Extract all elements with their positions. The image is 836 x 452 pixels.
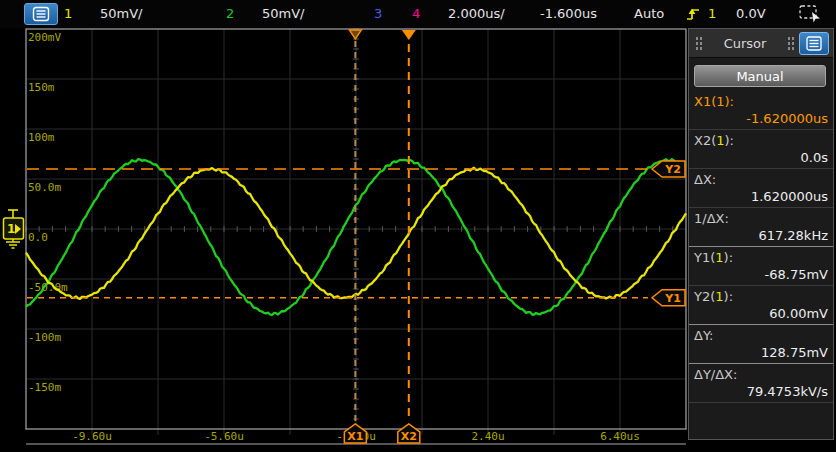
- cursor-row-label: 1/ΔX:: [694, 210, 828, 228]
- cursor-row-y[interactable]: ΔY:128.75mV: [689, 325, 833, 364]
- trigger-rising-edge-icon[interactable]: [686, 5, 701, 23]
- cursor-row-label: ΔX:: [694, 171, 828, 189]
- y-axis-label: 100m: [28, 131, 55, 144]
- cursor-row-x1[interactable]: X1(1):-1.620000us: [689, 91, 833, 130]
- x-axis-label: -5.60u: [204, 430, 244, 443]
- channel-1-number[interactable]: 1: [64, 0, 72, 28]
- y-axis-label: 50.0m: [28, 181, 61, 194]
- acquisition-mode[interactable]: Auto: [634, 0, 664, 28]
- cursor-mode-button[interactable]: Manual: [694, 65, 826, 87]
- cursor-y2-tag-label: Y2: [664, 163, 681, 176]
- channel-1-scale[interactable]: 50mV/: [100, 0, 142, 28]
- y-axis-label: 150m: [28, 81, 55, 94]
- cursor-row-1x[interactable]: 1/ΔX:617.28kHz: [689, 208, 833, 247]
- cursor-row-value: -68.75mV: [694, 267, 828, 285]
- oscilloscope-screen: 150mV/250mV/34 2.000us/ -1.600us Auto 1 …: [0, 0, 836, 452]
- drag-grip-icon[interactable]: [787, 35, 795, 51]
- cursor-row-value: -1.620000us: [694, 111, 828, 129]
- channel-2-scale[interactable]: 50mV/: [262, 0, 304, 28]
- x-axis-label: 2.40u: [471, 430, 504, 443]
- cursor-row-x2[interactable]: X2(1):0.0s: [689, 130, 833, 169]
- cursor-x2-tag-label: X2: [401, 430, 417, 443]
- selection-pointer-icon[interactable]: [799, 5, 823, 23]
- y-axis-label: -150m: [28, 381, 61, 394]
- delay-readout[interactable]: -1.600us: [540, 0, 597, 28]
- cursor-panel-title: Cursor: [703, 36, 787, 51]
- channel-2-number[interactable]: 2: [226, 0, 234, 28]
- cursor-x1-tag-label: X1: [347, 430, 363, 443]
- x-axis-label: -9.60u: [72, 430, 112, 443]
- cursor-y1-tag-label: Y1: [664, 292, 681, 305]
- main-menu-button[interactable]: [24, 3, 58, 25]
- cursor-row-value: 60.00mV: [694, 306, 828, 324]
- cursor-row-value: 1.620000us: [694, 189, 828, 207]
- cursor-x2-marker[interactable]: [402, 30, 416, 40]
- cursor-menu-button[interactable]: [799, 32, 829, 55]
- cursor-panel: Cursor Manual X1(1):-1.620000usX2(1):0.0…: [688, 28, 834, 440]
- hamburger-menu-icon: [806, 36, 822, 51]
- cursor-row-value: 0.0s: [694, 150, 828, 168]
- y-axis-label: -100m: [28, 331, 61, 344]
- y-axis-label: 200mV: [28, 31, 61, 44]
- cursor-row-x[interactable]: ΔX:1.620000us: [689, 169, 833, 208]
- timebase-readout[interactable]: 2.000us/: [448, 0, 505, 28]
- channel-3-number[interactable]: 3: [374, 0, 382, 28]
- trigger-level[interactable]: 0.0V: [736, 0, 766, 28]
- cursor-row-y1[interactable]: Y1(1):-68.75mV: [689, 247, 833, 286]
- cursor-row-label: Y1(1):: [694, 249, 828, 267]
- cursor-row-value: 617.28kHz: [694, 228, 828, 246]
- cursor-row-label: ΔY/ΔX:: [694, 366, 828, 384]
- cursor-row-value: 128.75mV: [694, 345, 828, 363]
- cursor-row-label: ΔY:: [694, 327, 828, 345]
- cursor-readout-rows: X1(1):-1.620000usX2(1):0.0sΔX:1.620000us…: [689, 91, 833, 403]
- cursor-row-label: Y2(1):: [694, 288, 828, 306]
- channel-4-number[interactable]: 4: [412, 0, 420, 28]
- cursor-panel-header[interactable]: Cursor: [689, 29, 833, 58]
- cursor-row-label: X2(1):: [694, 132, 828, 150]
- drag-grip-icon[interactable]: [695, 35, 703, 51]
- cursor-x1-marker[interactable]: [349, 30, 361, 39]
- y-axis-label: 0.0: [28, 231, 48, 244]
- cursor-row-value: 79.4753kV/s: [694, 384, 828, 402]
- channel-1-ground-marker[interactable]: 1: [4, 210, 24, 248]
- ground-marker-channel-number: 1: [7, 222, 15, 236]
- cursor-row-yx[interactable]: ΔY/ΔX:79.4753kV/s: [689, 364, 833, 403]
- cursor-row-label: X1(1):: [694, 93, 828, 111]
- cursor-row-y2[interactable]: Y2(1):60.00mV: [689, 286, 833, 325]
- top-status-bar: 150mV/250mV/34 2.000us/ -1.600us Auto 1 …: [0, 0, 836, 28]
- x-axis-label: 6.40us: [600, 430, 640, 443]
- trigger-source[interactable]: 1: [708, 0, 716, 28]
- waveform-display[interactable]: 200mV150m100m50.0m0.0-50.0m-100m-150m-9.…: [0, 28, 687, 446]
- hamburger-menu-icon: [32, 6, 50, 22]
